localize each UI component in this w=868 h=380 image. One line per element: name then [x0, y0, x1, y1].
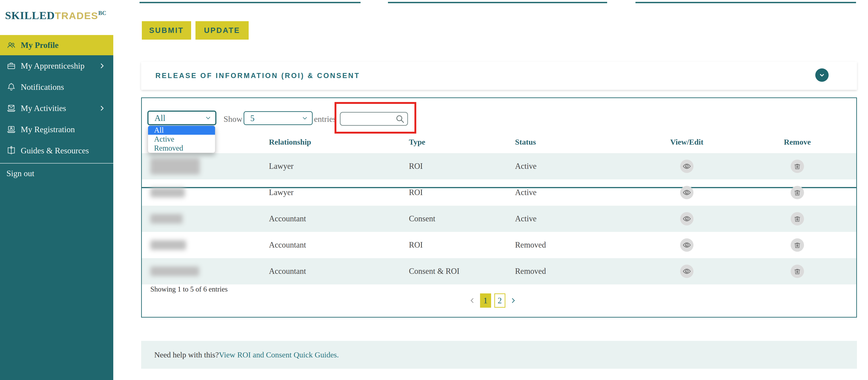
type-cell: Consent	[409, 214, 435, 224]
sidebar-item-my-profile[interactable]: My Profile	[0, 35, 113, 55]
view-edit-button[interactable]	[680, 159, 693, 173]
redacted-name	[150, 158, 200, 175]
status-filter-value: All	[154, 113, 165, 123]
page-button-2[interactable]: 2	[494, 293, 505, 308]
column-header-relationship: Relationship	[269, 138, 311, 146]
laptop-person-icon	[6, 125, 16, 134]
sidebar-nav: My Apprenticeship Notifications My Ac	[0, 55, 113, 380]
type-cell: Consent & ROI	[409, 267, 460, 276]
view-edit-button[interactable]	[680, 238, 693, 252]
sidebar-item-label: My Activities	[21, 104, 66, 113]
remove-button[interactable]	[790, 212, 804, 226]
update-button[interactable]: UPDATE	[195, 21, 249, 39]
relationship-cell: Accountant	[269, 240, 306, 250]
page-button-1[interactable]: 1	[480, 293, 491, 308]
remove-button[interactable]	[790, 265, 804, 278]
table-header-row: Relationship Type Status View/Edit Remov…	[142, 133, 856, 153]
name-cell	[150, 214, 266, 224]
status-cell: Active	[515, 162, 536, 171]
help-guides-link[interactable]: View ROI and Consent Quick Guides.	[219, 351, 339, 359]
status-cell: Active	[515, 214, 536, 224]
sidebar-item-label: My Profile	[21, 40, 59, 50]
redacted-name	[150, 266, 199, 276]
chevron-down-icon	[302, 115, 308, 121]
dropdown-option-all[interactable]: All	[148, 126, 215, 135]
pagination: 1 2	[135, 293, 850, 308]
eye-icon	[683, 215, 691, 223]
form-field-underline	[388, 2, 607, 3]
trash-icon	[794, 188, 801, 197]
sidebar-item-label: Guides & Resources	[21, 146, 89, 155]
status-filter-dropdown: All Active Removed	[148, 125, 215, 153]
logo-part-bc: BC	[98, 10, 106, 16]
name-cell	[150, 188, 266, 197]
type-cell: ROI	[409, 188, 423, 197]
briefcase-icon	[6, 61, 16, 71]
column-header-status: Status	[515, 138, 536, 146]
view-edit-button[interactable]	[680, 186, 693, 199]
sidebar-item-guides-resources[interactable]: Guides & Resources	[0, 140, 113, 161]
eye-icon	[683, 241, 691, 249]
name-cell	[150, 266, 266, 276]
sidebar-item-my-registration[interactable]: My Registration	[0, 119, 113, 140]
view-edit-button[interactable]	[680, 212, 693, 226]
remove-button[interactable]	[790, 238, 804, 252]
sidebar-item-label: My Registration	[21, 125, 75, 134]
relationship-cell: Accountant	[269, 267, 306, 276]
name-cell	[150, 240, 266, 250]
table-row: Accountant Consent Active	[142, 206, 856, 232]
eye-icon	[683, 267, 691, 275]
page-size-value: 5	[250, 113, 255, 123]
sidebar: SKILLEDTRADESBC My Profile My Apprentice…	[0, 0, 113, 380]
chevron-right-icon	[98, 62, 105, 69]
bell-icon	[6, 82, 16, 92]
status-filter-select[interactable]: All	[147, 111, 216, 125]
relationship-cell: Lawyer	[269, 162, 293, 171]
column-header-type: Type	[409, 138, 425, 146]
collapse-section-button[interactable]	[815, 68, 829, 82]
chevron-left-icon	[469, 297, 476, 304]
remove-button[interactable]	[790, 159, 804, 173]
table-row: Lawyer ROI Active	[142, 179, 856, 206]
chevron-right-icon	[510, 297, 517, 304]
submit-button[interactable]: SUBMIT	[142, 21, 191, 39]
status-cell: Removed	[515, 240, 546, 250]
trash-icon	[794, 215, 801, 223]
table-row: Accountant ROI Removed	[142, 232, 856, 258]
view-edit-button[interactable]	[680, 265, 693, 278]
previous-page-button[interactable]	[468, 296, 477, 305]
roi-consent-section-header: RELEASE OF INFORMATION (ROI) & CONSENT	[141, 62, 857, 90]
table-row: Lawyer ROI Active	[142, 153, 856, 179]
next-page-button[interactable]	[508, 296, 518, 305]
name-cell	[150, 158, 266, 175]
sign-out-label: Sign out	[6, 169, 34, 178]
table-body: Lawyer ROI Active Lawyer ROI Active Acco…	[142, 153, 856, 285]
sidebar-item-my-apprenticeship[interactable]: My Apprenticeship	[0, 55, 113, 77]
dropdown-option-active[interactable]: Active	[148, 135, 215, 144]
column-header-view-edit: View/Edit	[643, 138, 731, 146]
help-bar: Need help with this? View ROI and Consen…	[141, 341, 857, 369]
type-cell: ROI	[409, 162, 423, 171]
relationship-cell: Accountant	[269, 214, 306, 224]
skilledtradesbc-logo[interactable]: SKILLEDTRADESBC	[5, 9, 106, 22]
entries-label: entries	[314, 114, 336, 124]
search-input[interactable]	[340, 112, 408, 126]
page-size-select[interactable]: 5	[244, 111, 313, 125]
remove-button[interactable]	[790, 186, 804, 199]
sidebar-item-notifications[interactable]: Notifications	[0, 77, 113, 98]
dropdown-option-removed[interactable]: Removed	[148, 144, 215, 153]
sidebar-item-sign-out[interactable]: Sign out	[0, 164, 113, 183]
status-cell: Active	[515, 188, 536, 197]
table-row: Accountant Consent & ROI Removed	[142, 258, 856, 285]
chevron-down-icon	[818, 71, 826, 79]
chevron-right-icon	[98, 105, 105, 112]
logo-part-trades: TRADES	[55, 10, 98, 21]
sidebar-item-label: Notifications	[21, 82, 64, 92]
redacted-name	[150, 188, 185, 197]
trash-icon	[794, 241, 801, 249]
entries-summary: Showing 1 to 5 of 6 entries	[150, 285, 228, 293]
search-field-wrap	[340, 112, 408, 126]
sidebar-item-label: My Apprenticeship	[21, 61, 85, 71]
sidebar-item-my-activities[interactable]: My Activities	[0, 98, 113, 119]
eye-icon	[683, 162, 691, 170]
